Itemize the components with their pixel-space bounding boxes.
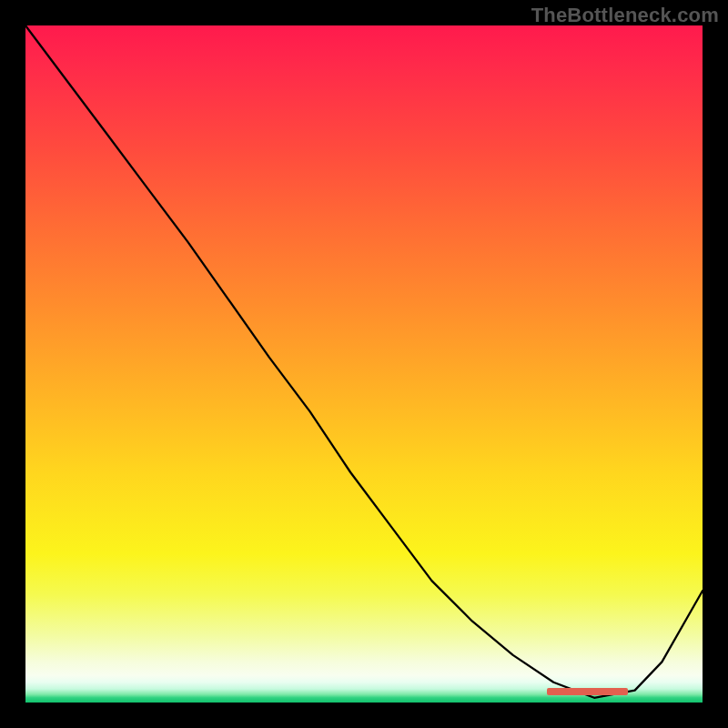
bottleneck-curve [25,25,703,703]
curve-path [25,25,703,698]
bottleneck-marker [547,688,628,695]
watermark-text: TheBottleneck.com [531,4,719,27]
chart-plot-area [25,25,703,703]
